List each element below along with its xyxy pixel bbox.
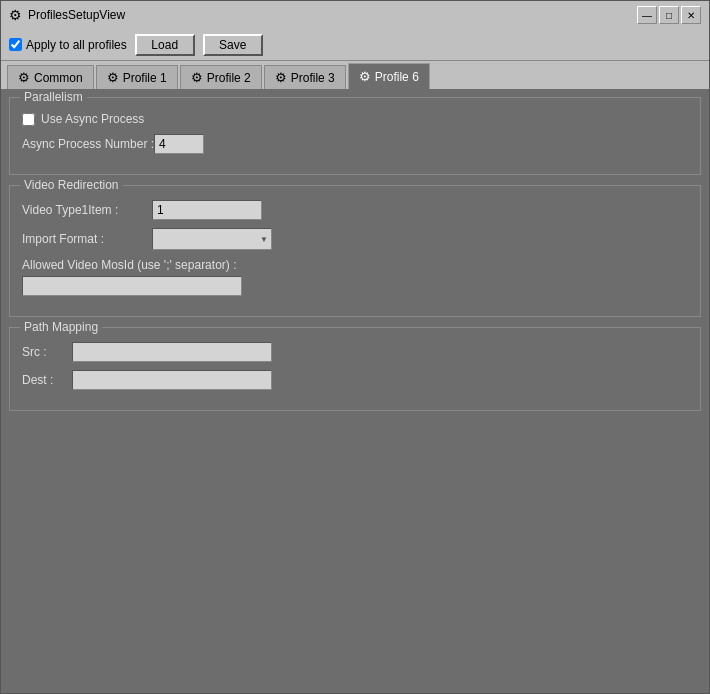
tab-profile1[interactable]: ⚙ Profile 1 — [96, 65, 178, 89]
dest-row: Dest : — [22, 370, 688, 390]
video-redirection-content: Video Type1Item : Import Format : Allowe… — [22, 200, 688, 296]
tab-profile3[interactable]: ⚙ Profile 3 — [264, 65, 346, 89]
allowed-video-input[interactable] — [22, 276, 242, 296]
parallelism-group: Parallelism Use Async Process Async Proc… — [9, 97, 701, 175]
tab-profile2[interactable]: ⚙ Profile 2 — [180, 65, 262, 89]
maximize-button[interactable]: □ — [659, 6, 679, 24]
video-redirection-group: Video Redirection Video Type1Item : Impo… — [9, 185, 701, 317]
path-mapping-title: Path Mapping — [20, 320, 102, 334]
import-format-label: Import Format : — [22, 232, 152, 246]
title-bar-left: ⚙ ProfilesSetupView — [9, 7, 125, 23]
import-format-wrapper — [152, 228, 272, 250]
tab-profile6[interactable]: ⚙ Profile 6 — [348, 63, 430, 89]
window-title: ProfilesSetupView — [28, 8, 125, 22]
title-bar-buttons: — □ ✕ — [637, 6, 701, 24]
src-input[interactable] — [72, 342, 272, 362]
async-number-row: Async Process Number : — [22, 134, 688, 154]
path-mapping-content: Src : Dest : — [22, 342, 688, 390]
video-type-input[interactable] — [152, 200, 262, 220]
tab-profile6-icon: ⚙ — [359, 69, 371, 84]
parallelism-title: Parallelism — [20, 90, 87, 104]
use-async-checkbox[interactable] — [22, 113, 35, 126]
allowed-video-label: Allowed Video MosId (use ';' separator) … — [22, 258, 688, 272]
src-row: Src : — [22, 342, 688, 362]
main-window: ⚙ ProfilesSetupView — □ ✕ Apply to all p… — [0, 0, 710, 694]
toolbar: Apply to all profiles Load Save — [1, 29, 709, 61]
close-button[interactable]: ✕ — [681, 6, 701, 24]
video-redirection-title: Video Redirection — [20, 178, 123, 192]
use-async-label: Use Async Process — [41, 112, 144, 126]
dest-input[interactable] — [72, 370, 272, 390]
tab-common[interactable]: ⚙ Common — [7, 65, 94, 89]
minimize-button[interactable]: — — [637, 6, 657, 24]
import-format-select[interactable] — [152, 228, 272, 250]
title-bar: ⚙ ProfilesSetupView — □ ✕ — [1, 1, 709, 29]
window-icon: ⚙ — [9, 7, 22, 23]
async-number-label: Async Process Number : — [22, 137, 154, 151]
tabs-bar: ⚙ Common ⚙ Profile 1 ⚙ Profile 2 ⚙ Profi… — [1, 61, 709, 89]
apply-all-checkbox[interactable] — [9, 38, 22, 51]
use-async-row: Use Async Process — [22, 112, 688, 126]
allowed-video-row: Allowed Video MosId (use ';' separator) … — [22, 258, 688, 296]
parallelism-content: Use Async Process Async Process Number : — [22, 112, 688, 154]
content-area: Parallelism Use Async Process Async Proc… — [1, 89, 709, 693]
tab-common-icon: ⚙ — [18, 70, 30, 85]
load-button[interactable]: Load — [135, 34, 195, 56]
import-format-row: Import Format : — [22, 228, 688, 250]
tab-profile2-icon: ⚙ — [191, 70, 203, 85]
video-type-label: Video Type1Item : — [22, 203, 152, 217]
tab-profile1-icon: ⚙ — [107, 70, 119, 85]
apply-all-label[interactable]: Apply to all profiles — [9, 38, 127, 52]
path-mapping-group: Path Mapping Src : Dest : — [9, 327, 701, 411]
save-button[interactable]: Save — [203, 34, 263, 56]
dest-label: Dest : — [22, 373, 72, 387]
video-type-row: Video Type1Item : — [22, 200, 688, 220]
async-number-input[interactable] — [154, 134, 204, 154]
tab-profile3-icon: ⚙ — [275, 70, 287, 85]
src-label: Src : — [22, 345, 72, 359]
